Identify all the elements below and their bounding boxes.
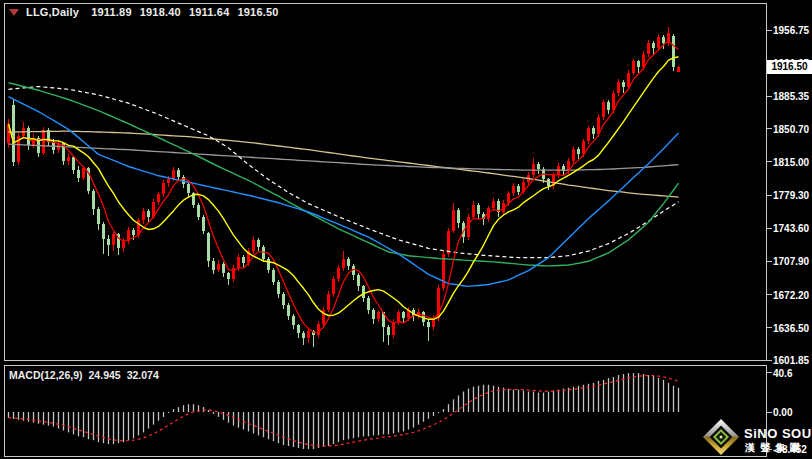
- price-axis-label: 1815.00: [773, 156, 809, 167]
- candle-body: [302, 333, 305, 338]
- candle-body: [257, 240, 260, 247]
- candle-body: [617, 82, 620, 93]
- price-axis-label: 1850.70: [773, 123, 809, 134]
- candle-body: [592, 128, 595, 134]
- candle-body: [377, 312, 380, 319]
- price-axis-label: 1636.50: [773, 322, 809, 333]
- candle-body: [657, 37, 660, 48]
- macd-axis-label: 40.6: [773, 367, 792, 378]
- candle-body: [427, 322, 430, 328]
- candle-body: [572, 149, 575, 161]
- candle-body: [167, 179, 170, 184]
- candle-body: [112, 234, 115, 244]
- candle-body: [97, 209, 100, 224]
- candle-body: [157, 194, 160, 201]
- candle-body: [662, 37, 665, 43]
- candle-body: [132, 230, 135, 236]
- candle-body: [387, 327, 390, 334]
- candle-body: [262, 247, 265, 258]
- candle-body: [677, 67, 680, 71]
- price-axis-label: 1672.20: [773, 289, 809, 300]
- candle-body: [297, 325, 300, 332]
- candle-body: [267, 259, 270, 270]
- candle-body: [12, 105, 15, 162]
- candle-body: [362, 286, 365, 297]
- chart-area[interactable]: [0, 0, 812, 459]
- candle-body: [277, 282, 280, 294]
- trading-chart-window: LLG,Daily1911.891918.401911.641916.50 MA…: [0, 0, 812, 459]
- candle-body: [597, 117, 600, 134]
- candle-body: [187, 184, 190, 193]
- macd-axis-label: -38.452: [773, 444, 807, 455]
- candle-body: [652, 43, 655, 49]
- candle-body: [317, 324, 320, 335]
- candle-body: [142, 211, 145, 220]
- candle-body: [392, 322, 395, 335]
- candle-body: [332, 279, 335, 294]
- candle-body: [227, 273, 230, 279]
- candle-body: [292, 316, 295, 325]
- candle-body: [602, 102, 605, 117]
- candle-body: [452, 210, 455, 230]
- candle-body: [367, 298, 370, 310]
- candle-body: [147, 211, 150, 217]
- macd-axis-label: 0.00: [773, 407, 792, 418]
- candle-body: [402, 312, 405, 318]
- candle-body: [447, 231, 450, 254]
- candle-body: [637, 61, 640, 67]
- candle-body: [42, 130, 45, 152]
- candle-body: [217, 264, 220, 270]
- candle-body: [357, 275, 360, 286]
- candle-body: [372, 310, 375, 319]
- candle-body: [607, 102, 610, 109]
- candle-body: [197, 205, 200, 217]
- candle-body: [517, 186, 520, 192]
- candle-body: [77, 170, 80, 177]
- candle-body: [172, 170, 175, 178]
- candle-body: [207, 233, 210, 261]
- candle-body: [577, 149, 580, 155]
- candle-body: [632, 61, 635, 72]
- candle-body: [307, 331, 310, 338]
- candle-body: [672, 36, 675, 67]
- candle-body: [472, 205, 475, 217]
- candle-body: [107, 239, 110, 245]
- candle-body: [72, 157, 75, 170]
- candle-body: [627, 73, 630, 88]
- candle-body: [512, 186, 515, 193]
- candle-body: [507, 193, 510, 202]
- candle-body: [27, 128, 30, 145]
- candle-body: [537, 164, 540, 170]
- candle-body: [397, 312, 400, 321]
- candle-body: [272, 270, 275, 282]
- candle-body: [457, 210, 460, 223]
- candle-body: [342, 259, 345, 268]
- candle-body: [237, 257, 240, 268]
- candle-body: [337, 268, 340, 279]
- candle-body: [177, 170, 180, 177]
- candle-body: [282, 294, 285, 305]
- candle-body: [252, 240, 255, 251]
- price-axis-label: 1707.90: [773, 256, 809, 267]
- candle-body: [477, 205, 480, 214]
- candle-body: [532, 164, 535, 175]
- candle-body: [92, 191, 95, 210]
- price-axis-label: 1885.35: [773, 91, 809, 102]
- ma-white: [9, 87, 679, 258]
- ma-mid-yellow: [9, 57, 679, 320]
- price-axis-label: 1601.85: [773, 355, 809, 366]
- candle-body: [202, 217, 205, 231]
- candle-body: [492, 201, 495, 208]
- macd-histogram: [9, 373, 679, 449]
- candle-body: [222, 264, 225, 273]
- candle-body: [622, 82, 625, 88]
- price-axis-label: 1743.60: [773, 223, 809, 234]
- candle-body: [287, 305, 290, 316]
- candle-body: [547, 179, 550, 186]
- current-price-marker: 1916.50: [767, 60, 812, 74]
- candle-body: [67, 157, 70, 161]
- candle-body: [327, 294, 330, 310]
- candle-body: [232, 268, 235, 279]
- price-panel-border: [5, 4, 767, 361]
- candle-body: [212, 261, 215, 269]
